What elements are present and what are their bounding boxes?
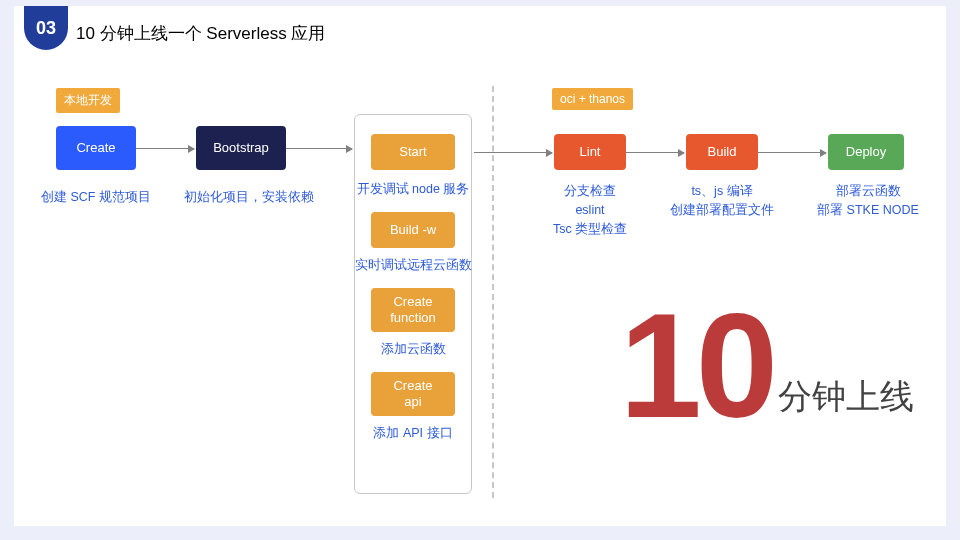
tag-local-dev: 本地开发 — [56, 88, 120, 113]
tag-oci-thanos: oci + thanos — [552, 88, 633, 110]
node-build-watch: Build -w — [371, 212, 455, 248]
node-create-api: Createapi — [371, 372, 455, 416]
caption-lint: 分支检查eslintTsc 类型检查 — [534, 182, 646, 238]
node-bootstrap: Bootstrap — [196, 126, 286, 170]
caption-build: ts、js 编译创建部署配置文件 — [658, 182, 786, 220]
callout: 10 分钟上线 — [619, 292, 914, 440]
node-create: Create — [56, 126, 136, 170]
node-lint: Lint — [554, 134, 626, 170]
arrow-start-to-lint — [474, 152, 552, 153]
caption-start: 开发调试 node 服务 — [344, 180, 482, 199]
callout-number: 10 — [619, 292, 772, 440]
slide-title: 10 分钟上线一个 Serverless 应用 — [76, 22, 325, 45]
caption-create-api: 添加 API 接口 — [344, 424, 482, 443]
arrow-build-to-deploy — [758, 152, 826, 153]
caption-deploy: 部署云函数部署 STKE NODE — [804, 182, 932, 220]
arrow-lint-to-build — [626, 152, 684, 153]
node-build: Build — [686, 134, 758, 170]
node-create-function: Createfunction — [371, 288, 455, 332]
callout-text: 分钟上线 — [778, 374, 914, 440]
caption-build-watch: 实时调试远程云函数 — [344, 256, 482, 275]
slide-number-badge: 03 — [24, 6, 68, 50]
arrow-create-to-bootstrap — [136, 148, 194, 149]
caption-bootstrap: 初始化项目，安装依赖 — [174, 188, 324, 207]
slide: 03 10 分钟上线一个 Serverless 应用 本地开发 oci + th… — [14, 6, 946, 526]
node-deploy: Deploy — [828, 134, 904, 170]
arrow-bootstrap-to-start — [286, 148, 352, 149]
caption-create-function: 添加云函数 — [344, 340, 482, 359]
node-start: Start — [371, 134, 455, 170]
vertical-divider — [492, 86, 494, 498]
caption-create: 创建 SCF 规范项目 — [32, 188, 160, 207]
